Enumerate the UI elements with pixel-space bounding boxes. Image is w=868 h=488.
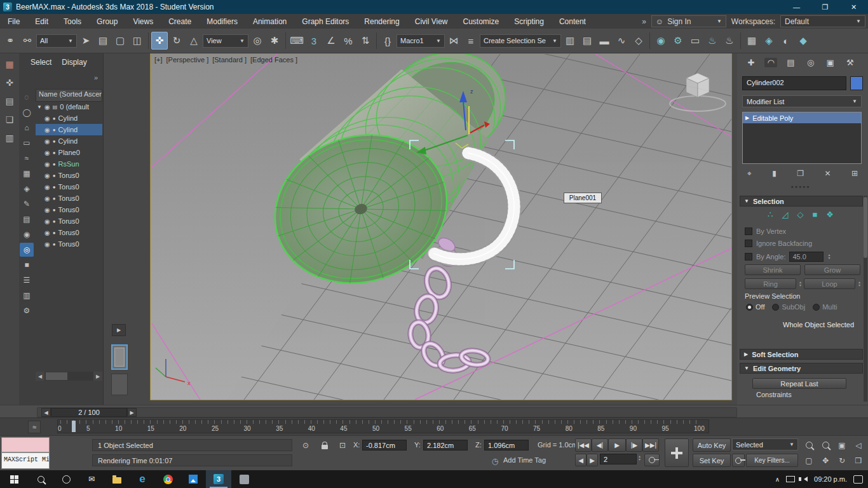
explorer-filter-icon[interactable]: ▭ [20,136,34,150]
perspective-viewport[interactable]: z x [150,53,732,400]
visibility-eye-icon[interactable]: ◉ [44,138,50,145]
state-sets-icon[interactable]: ▦ [743,32,760,50]
previous-frame-button[interactable]: ◀| [592,438,608,452]
object-name[interactable]: Torus0 [58,194,79,202]
selection-filter-dropdown[interactable]: All ▼ [36,34,77,48]
orbit-icon[interactable]: ↻ [835,454,849,466]
explorer-root-row[interactable]: ▼ ◉ ▤ 0 (default [36,101,102,112]
civil-view-icon[interactable]: ◆ [795,32,811,50]
snap-toggle-3d-icon[interactable]: 3 [306,32,322,50]
chrome-icon[interactable] [155,470,180,488]
file-explorer-icon[interactable] [104,470,130,488]
explorer-filter-icon[interactable]: ◉ [20,227,34,241]
tab-create-icon[interactable]: ✚ [745,58,757,67]
schematic-view-icon[interactable]: ◇ [630,32,647,50]
menu-item[interactable]: File [0,15,27,29]
object-name[interactable]: Torus0 [58,217,79,225]
explorer-filter-icon[interactable]: ☰ [20,273,34,287]
menu-item[interactable]: Edit [27,15,56,29]
menu-item[interactable]: Create [161,15,199,29]
scene-object-row[interactable]: ◉ ● Torus0 [36,227,102,238]
render-setup-icon[interactable]: ⚙ [670,32,686,50]
action-center-icon[interactable] [853,475,863,484]
named-selection-dropdown[interactable]: Macro1 ▼ [397,34,445,48]
object-name[interactable]: RsSun [58,160,79,168]
tab-utilities-icon[interactable]: ⚒ [844,58,857,67]
visibility-eye-icon[interactable]: ◉ [44,126,50,133]
bind-to-spacewarp-icon[interactable]: ⚯ [19,32,36,50]
visibility-eye-icon[interactable]: ◉ [44,104,50,111]
hidden-icons-chevron[interactable]: ∧ [775,476,780,483]
remove-modifier-icon[interactable]: ✕ [824,169,831,178]
absolute-mode-icon[interactable]: ⊡ [336,439,349,451]
scene-object-row[interactable]: ◉ ● Torus0 [36,204,102,215]
checkbox-icon[interactable] [745,253,752,261]
spinner-snap-icon[interactable]: ⇅ [357,32,374,50]
visibility-eye-icon[interactable]: ◉ [44,241,50,248]
edit-named-selections-icon[interactable]: {} [379,32,396,50]
reference-coordinate-dropdown[interactable]: View ▼ [203,34,248,48]
maximize-button[interactable]: ❐ [811,0,839,14]
taskbar-search-icon[interactable] [28,470,53,488]
viewport-canvas[interactable]: z x [151,54,731,400]
menu-item[interactable]: Modifiers [199,15,245,29]
by-vertex-checkbox[interactable]: By Vertex [745,227,786,235]
cortana-icon[interactable] [53,470,79,488]
docked-toolbar-icon[interactable]: ▤ [2,93,17,109]
tab-motion-icon[interactable]: ◎ [804,58,817,67]
object-name[interactable]: Cylind [58,126,78,133]
time-slider-track[interactable]: ◀ 2 / 100 ▶ [37,407,737,417]
object-name[interactable]: Torus0 [58,172,79,179]
add-time-tag[interactable]: Add Time Tag [503,456,546,464]
menu-item[interactable]: Views [125,15,161,29]
ring-button[interactable]: Ring [745,278,796,289]
object-name[interactable]: Torus0 [58,183,79,191]
explorer-filter-icon[interactable]: ▥ [20,288,34,302]
scene-object-row[interactable]: ◉ ● Torus0 [36,238,102,250]
docked-toolbar-icon[interactable]: ❏ [2,112,17,127]
spinner-icon[interactable]: ▴▾ [828,254,830,260]
visibility-eye-icon[interactable]: ◉ [44,195,50,202]
layout-preset-active[interactable] [111,344,128,370]
clock[interactable]: 09:20 p.m. [814,475,847,483]
rollout-edit-geometry[interactable]: ▼ Edit Geometry [740,363,863,374]
keyboard-override-icon[interactable]: ⌨ [288,32,305,50]
panel-splitter[interactable]: ●●●●● [740,184,862,189]
next-frame-button[interactable]: |▶ [626,438,642,452]
scene-object-row[interactable]: ◉ ● RsSun [36,158,102,170]
object-name[interactable]: Torus0 [58,229,79,236]
explorer-column-header[interactable]: Name (Sorted Ascen [36,89,102,102]
set-key-mode-icon[interactable] [732,454,745,467]
preview-off-radio[interactable]: Off [746,303,764,311]
taskbar-3dsmax-icon[interactable]: 3 [206,470,231,488]
menu-item[interactable]: Content [552,15,593,29]
time-slider-handle[interactable]: 2 / 100 [51,408,127,417]
spinner-icon[interactable]: ▴▾ [799,281,801,287]
vertex-subobject-icon[interactable]: ∴ [768,210,773,219]
visibility-eye-icon[interactable]: ◉ [44,115,50,122]
menu-item[interactable]: Scripting [506,15,552,29]
render-iterative-icon[interactable]: ♨ [721,32,738,50]
menu-item[interactable]: Group [89,15,125,29]
toggle-scene-explorer-icon[interactable]: ▥ [562,32,578,50]
command-panel-scrollbar[interactable] [864,196,867,402]
zoom-all-icon[interactable] [818,439,832,451]
checkbox-icon[interactable] [745,227,752,235]
pan-view-icon[interactable]: ✥ [818,454,832,466]
border-subobject-icon[interactable]: ◇ [797,210,803,219]
maximize-viewport-icon[interactable]: ❒ [851,454,865,466]
rollout-soft-selection[interactable]: ▶ Soft Selection [740,349,863,360]
preview-subobj-radio[interactable]: SubObj [772,303,805,311]
render-production-icon[interactable]: ♨ [704,32,721,50]
go-to-end-button[interactable]: ▶▶| [642,438,659,452]
explorer-menu-select[interactable]: Select [31,58,51,67]
explorer-filter-icon[interactable]: ⌂ [20,121,34,135]
modifier-stack[interactable]: ▶ Editable Poly [742,112,862,164]
use-pivot-center-icon[interactable]: ◎ [249,32,266,50]
ignore-backfacing-checkbox[interactable]: Ignore Backfacing [745,240,812,247]
select-and-scale-icon[interactable]: △ [186,32,202,50]
mirror-icon[interactable]: ⋈ [445,32,462,50]
docked-toolbar-icon[interactable]: ✜ [2,75,17,90]
scrollbar-thumb[interactable] [46,372,67,380]
track-bar-ruler[interactable]: 0510152025303540455055606570758085909510… [57,419,709,433]
